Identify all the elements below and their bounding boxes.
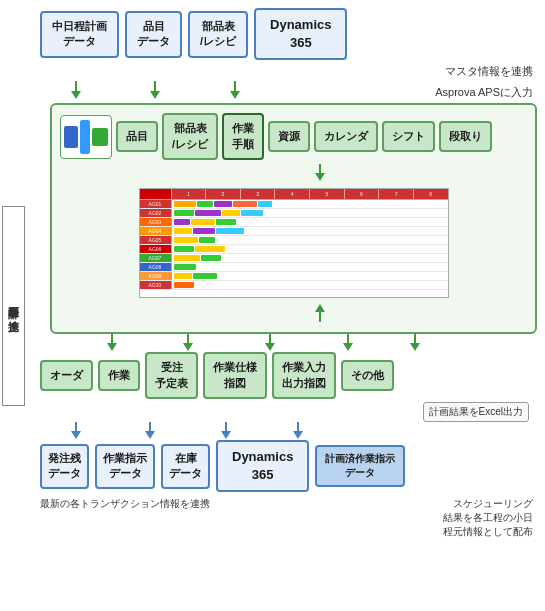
bar [201, 255, 221, 261]
bar [193, 273, 217, 279]
bar [214, 201, 232, 207]
chart-row-ag04: AG04 [140, 227, 448, 236]
chart-up-arrow [112, 304, 527, 322]
order-bottom-arrows-svg [40, 422, 490, 440]
bar [199, 237, 215, 243]
bar [174, 273, 192, 279]
chart-label-ag06: AG06 [140, 245, 172, 253]
chart-bars-ag02 [172, 209, 448, 217]
chart-bars-ag10 [172, 281, 448, 289]
chart-header: 1 2 3 4 5 6 7 8 [140, 189, 448, 200]
buhinlist-box: 部品表 /レシビ [188, 11, 248, 58]
bar [233, 201, 257, 207]
time-cell-6: 6 [345, 189, 380, 199]
chart-bars-ag07 [172, 254, 448, 262]
asprova-to-order-arrows [40, 334, 537, 352]
svg-rect-6 [64, 126, 78, 148]
chart-row-ag10: AG10 [140, 281, 448, 290]
chart-row-ag07: AG07 [140, 254, 448, 263]
svg-marker-21 [343, 343, 353, 351]
bar [241, 210, 263, 216]
chart-label-ag04: AG04 [140, 227, 172, 235]
asprova-inner: ASPROVA 品目 部品表 /レシビ 作業 手順 資源 カレンダ シフト 段取… [60, 113, 527, 160]
asprova-wrapper: Asprova APSに入力 ASPROVA 品目 部品表 /レシビ 作業 手順 [40, 103, 537, 334]
chart-bars-ag08 [172, 263, 448, 271]
bar [174, 237, 198, 243]
bar [174, 201, 196, 207]
chart-label-ag05: AG05 [140, 236, 172, 244]
svg-marker-5 [230, 91, 240, 99]
svg-marker-11 [315, 173, 325, 181]
chart-label-ag02: AG02 [140, 209, 172, 217]
left-label: 中日程計画を連携 [2, 206, 25, 406]
asprova-logo-svg: ASPROVA [62, 118, 110, 156]
time-cell-4: 4 [275, 189, 310, 199]
svg-marker-15 [107, 343, 117, 351]
keikaku-sagyo-box: 計画済作業指示 データ [315, 445, 405, 487]
uketsuke-box: 受注 予定表 [145, 352, 198, 399]
sakugyotejun-box: 作業 手順 [222, 113, 264, 160]
zaiko-box: 在庫 データ [161, 444, 210, 489]
time-cell-3: 3 [241, 189, 276, 199]
top-down-arrows-svg [40, 81, 470, 103]
master-connector-label: マスタ情報を連携 [30, 64, 533, 79]
chart-row-ag08: AG08 [140, 263, 448, 272]
bar [216, 228, 244, 234]
chart-label-ag07: AG07 [140, 254, 172, 262]
order-row: オーダ 作業 受注 予定表 作業仕様 指図 作業入力 出力指図 その他 [40, 352, 537, 399]
bar [174, 210, 194, 216]
chart-bars-ag03 [172, 218, 448, 226]
sonota-box: その他 [341, 360, 394, 391]
chart-bars-ag06 [172, 245, 448, 253]
svg-marker-1 [71, 91, 81, 99]
svg-marker-27 [145, 431, 155, 439]
chujitsu-box: 中日程計画 データ [40, 11, 119, 58]
chart-row-ag02: AG02 [140, 209, 448, 218]
bar [195, 210, 221, 216]
schedule-chart: 1 2 3 4 5 6 7 8 AG01 [139, 188, 449, 298]
bar [193, 228, 215, 234]
chart-label-ag08: AG08 [140, 263, 172, 271]
chart-label-ag01: AG01 [140, 200, 172, 208]
bottom-notes: 最新の各トランザクション情報を連携 スケジューリング 結果を各工程の小日 程元情… [30, 495, 537, 539]
chart-row-ag03: AG03 [140, 218, 448, 227]
bar [174, 228, 192, 234]
dynamics-bottom-box: Dynamics 365 [216, 440, 309, 492]
up-arrow-chart-svg [310, 304, 330, 322]
svg-rect-7 [80, 120, 90, 154]
asprova-order-arrows-svg [40, 334, 490, 352]
chart-bars-ag01 [172, 200, 448, 208]
down-arrow-chart-svg [310, 164, 330, 182]
chart-time-cells: 1 2 3 4 5 6 7 8 [172, 189, 448, 199]
chart-row-ag06: AG06 [140, 245, 448, 254]
bar [216, 219, 236, 225]
chart-row-ag01: AG01 [140, 200, 448, 209]
dynamics-top-box: Dynamics 365 [254, 8, 347, 60]
chart-label-ag09: AG09 [140, 272, 172, 280]
hatchu-box: 発注残 データ [40, 444, 89, 489]
asprova-down-arrow [112, 164, 527, 182]
svg-marker-13 [315, 304, 325, 312]
sagyo-shiji-box: 作業指示 データ [95, 444, 155, 489]
bar [174, 264, 196, 270]
bar [197, 201, 213, 207]
main-container: 中日程計画を連携 中日程計画 データ 品目 データ 部品表 /レシビ Dynam… [0, 0, 545, 611]
bottom-row: 発注残 データ 作業指示 データ 在庫 データ Dynamics 365 計画済… [40, 440, 537, 492]
svg-marker-23 [410, 343, 420, 351]
sagyo-shiku-box: 作業仕様 指図 [203, 352, 267, 399]
time-cell-7: 7 [379, 189, 414, 199]
chart-label-ag10: AG10 [140, 281, 172, 289]
sagyo-io-box: 作業入力 出力指図 [272, 352, 336, 399]
shigen-box: 資源 [268, 121, 310, 152]
svg-marker-31 [293, 431, 303, 439]
chart-bars-ag04 [172, 227, 448, 235]
svg-marker-29 [221, 431, 231, 439]
bar [258, 201, 272, 207]
chart-area: 1 2 3 4 5 6 7 8 AG01 [60, 188, 527, 298]
time-cell-8: 8 [414, 189, 448, 199]
dan-box: 段取り [439, 121, 492, 152]
bar [195, 246, 225, 252]
svg-marker-25 [71, 431, 81, 439]
hinmoku-box: 品目 データ [125, 11, 182, 58]
asprova-label: Asprova APSに入力 [435, 85, 533, 100]
